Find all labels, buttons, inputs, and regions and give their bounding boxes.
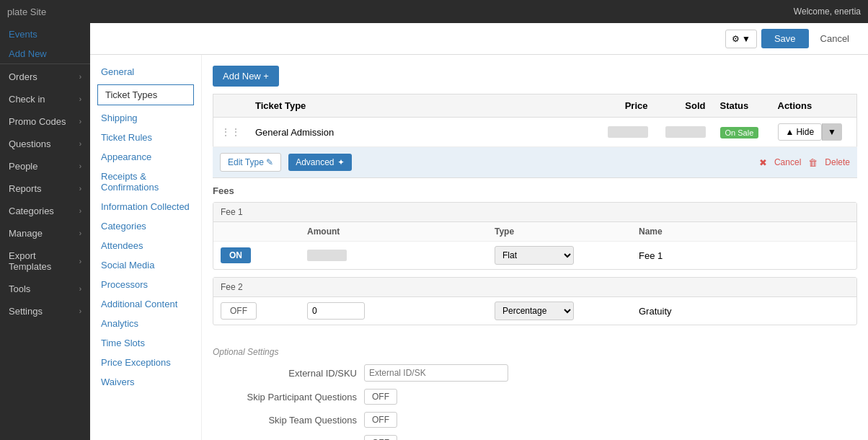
chevron-down-icon: ▼ <box>828 127 836 137</box>
left-nav-price-exceptions[interactable]: Price Exceptions <box>90 353 201 372</box>
fee1-toggle[interactable]: ON <box>221 247 251 263</box>
fee-th-type: Type <box>487 222 632 242</box>
fee1-header: Fee 1 <box>213 203 856 222</box>
site-header: plate Site Welcome, enertia <box>0 0 868 23</box>
left-nav-receipts[interactable]: Receipts & Confirmations <box>90 167 201 197</box>
fee1-row: ON Flat Percentag <box>213 242 856 270</box>
fee1-group: Fee 1 Amount Type Name <box>213 202 857 270</box>
skip-billing-label: Skip Billing Step <box>213 438 357 441</box>
welcome-text: Welcome, enertia <box>794 6 861 17</box>
left-nav-shipping[interactable]: Shipping <box>90 108 201 128</box>
left-nav-appearance[interactable]: Appearance <box>90 147 201 167</box>
external-id-row: External ID/SKU <box>213 364 857 382</box>
fee1-type-select[interactable]: Flat Percentage <box>495 246 574 265</box>
hide-button-group: ▲ Hide ▼ <box>778 123 842 141</box>
skip-billing-toggle[interactable]: OFF <box>364 435 397 440</box>
sidebar: Events Add New Orders› Check in› Promo C… <box>0 23 90 440</box>
fee1-name-cell: Fee 1 <box>632 242 856 270</box>
table-row: ⋮⋮ General Admission <box>213 118 857 147</box>
left-nav-analytics[interactable]: Analytics <box>90 314 201 333</box>
sidebar-item-events[interactable]: Events <box>0 23 90 45</box>
left-nav-info-collected[interactable]: Information Collected <box>90 197 201 216</box>
left-nav-social[interactable]: Social Media <box>90 255 201 275</box>
th-sold: Sold <box>655 94 713 118</box>
sold-value <box>665 126 705 138</box>
chevron-up-icon: ▲ <box>786 127 794 137</box>
right-panel: Add New + Ticket Type Price Sold Status … <box>202 55 868 440</box>
actions-cell: ▲ Hide ▼ <box>771 118 857 147</box>
delete-link[interactable]: Delete <box>825 157 850 167</box>
edit-advanced-row: Edit Type ✎ Advanced ✦ ✖ Cancel 🗑 Delete <box>213 147 857 178</box>
skip-team-toggle[interactable]: OFF <box>364 412 397 428</box>
skip-team-row: Skip Team Questions OFF <box>213 412 857 428</box>
fee-th-toggle <box>213 222 300 242</box>
delete-icon: 🗑 <box>808 157 818 168</box>
sidebar-item-reports[interactable]: Reports› <box>0 177 90 200</box>
sidebar-item-manage[interactable]: Manage› <box>0 222 90 245</box>
fee1-toggle-cell: ON <box>213 242 300 270</box>
status-badge: On Sale <box>720 127 759 138</box>
optional-settings-section: Optional Settings External ID/SKU Skip P… <box>213 340 857 440</box>
fee-th-amount: Amount <box>300 222 487 242</box>
hide-dropdown-button[interactable]: ▼ <box>822 123 842 141</box>
left-nav-timeslots[interactable]: Time Slots <box>90 333 201 353</box>
left-nav-general[interactable]: General <box>90 62 201 82</box>
sidebar-item-export[interactable]: Export Templates› <box>0 245 90 278</box>
main-area: ⚙ ▼ Save Cancel General Ticket Types Shi… <box>90 23 868 440</box>
edit-type-button[interactable]: Edit Type ✎ <box>220 153 281 172</box>
settings-button[interactable]: ⚙ ▼ <box>725 30 757 48</box>
sidebar-item-questions[interactable]: Questions› <box>0 133 90 155</box>
sidebar-item-people[interactable]: People› <box>0 155 90 177</box>
skip-billing-row: Skip Billing Step OFF <box>213 435 857 440</box>
fees-title: Fees <box>213 185 857 196</box>
cancel-button[interactable]: Cancel <box>813 29 856 48</box>
external-id-input[interactable] <box>364 364 508 382</box>
fee-th-name: Name <box>632 222 856 242</box>
fee2-toggle[interactable]: OFF <box>221 302 257 320</box>
skip-participant-toggle[interactable]: OFF <box>364 389 397 405</box>
th-status: Status <box>713 94 771 118</box>
sidebar-item-orders[interactable]: Orders› <box>0 66 90 88</box>
sidebar-item-categories[interactable]: Categories› <box>0 200 90 222</box>
left-nav-attendees[interactable]: Attendees <box>90 236 201 255</box>
sidebar-item-checkin[interactable]: Check in› <box>0 88 90 110</box>
content-area: General Ticket Types Shipping Ticket Rul… <box>90 55 868 440</box>
cancel-icon: ✖ <box>759 157 767 168</box>
left-nav-additional[interactable]: Additional Content <box>90 294 201 314</box>
add-new-button[interactable]: Add New + <box>213 66 279 87</box>
sidebar-item-promo[interactable]: Promo Codes› <box>0 110 90 133</box>
status-cell: On Sale <box>713 118 771 147</box>
skip-participant-row: Skip Participant Questions OFF <box>213 389 857 405</box>
sidebar-item-add-new[interactable]: Add New <box>0 45 90 62</box>
fee2-type-select[interactable]: Flat Percentage <box>495 302 574 320</box>
gear-icon: ⚙ <box>732 34 740 44</box>
left-nav-ticket-rules[interactable]: Ticket Rules <box>90 128 201 147</box>
fee2-amount-input[interactable] <box>307 302 365 320</box>
sidebar-item-tools[interactable]: Tools› <box>0 278 90 300</box>
fees-section: Fees Fee 1 Amount Type Name <box>213 178 857 340</box>
cancel-link[interactable]: Cancel <box>774 157 801 167</box>
th-price: Price <box>598 94 655 118</box>
th-ticket-type: Ticket Type <box>248 94 598 118</box>
left-nav-processors[interactable]: Processors <box>90 275 201 294</box>
drag-handle[interactable]: ⋮⋮ <box>213 118 249 147</box>
top-action-bar: ⚙ ▼ Save Cancel <box>90 23 868 55</box>
fee2-row: OFF Flat Percentage <box>213 297 856 325</box>
th-drag <box>213 94 249 118</box>
advanced-button[interactable]: Advanced ✦ <box>288 154 351 171</box>
save-button[interactable]: Save <box>761 29 809 48</box>
settings-arrow: ▼ <box>742 34 750 44</box>
sold-cell <box>655 118 713 147</box>
fee1-amount-cell <box>300 242 487 270</box>
ticket-type-cell: General Admission <box>248 118 598 147</box>
left-nav-categories[interactable]: Categories <box>90 216 201 236</box>
external-id-label: External ID/SKU <box>213 368 357 379</box>
ticket-table: Ticket Type Price Sold Status Actions ⋮⋮ <box>213 94 857 147</box>
fee2-table: OFF Flat Percentage <box>213 297 856 325</box>
sidebar-item-settings[interactable]: Settings› <box>0 300 90 322</box>
left-nav-waivers[interactable]: Waivers <box>90 372 201 392</box>
fee1-table: Amount Type Name ON <box>213 222 856 269</box>
hide-button[interactable]: ▲ Hide <box>778 123 823 141</box>
ticket-type-name: General Admission <box>255 127 334 138</box>
left-nav-ticket-types[interactable]: Ticket Types <box>97 84 194 105</box>
